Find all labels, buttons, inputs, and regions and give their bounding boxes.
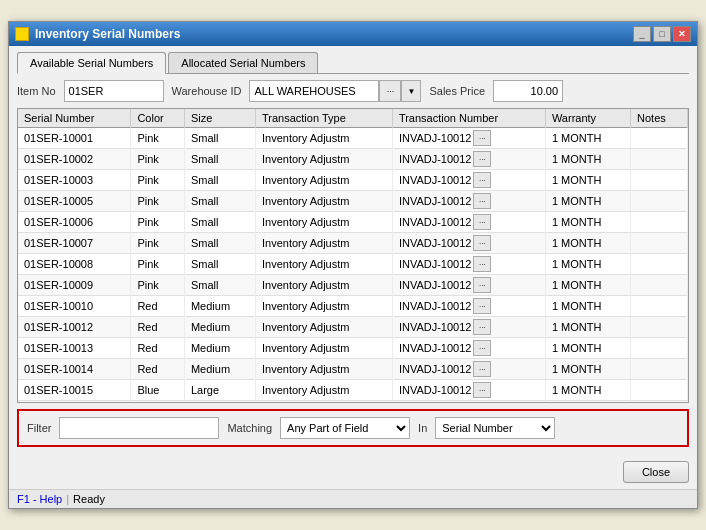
cell-warranty: 1 MONTH <box>545 317 630 338</box>
cell-color: Pink <box>131 149 185 170</box>
table-row[interactable]: 01SER-10006 Pink Small Inventory Adjustm… <box>18 212 688 233</box>
cell-transaction-number: INVADJ-10012 ··· <box>392 380 545 401</box>
sales-price-input[interactable] <box>493 80 563 102</box>
cell-color: Pink <box>131 170 185 191</box>
minimize-button[interactable]: _ <box>633 26 651 42</box>
cell-warranty: 1 MONTH <box>545 233 630 254</box>
warehouse-input[interactable] <box>249 80 379 102</box>
transaction-browse-btn[interactable]: ··· <box>473 130 491 146</box>
cell-transaction-number: INVADJ-10012 ··· <box>392 359 545 380</box>
warehouse-group: ··· ▼ <box>249 80 421 102</box>
cell-color: Red <box>131 317 185 338</box>
col-color: Color <box>131 109 185 128</box>
transaction-browse-btn[interactable]: ··· <box>473 235 491 251</box>
cell-transaction-number: INVADJ-10012 ··· <box>392 275 545 296</box>
table-row[interactable]: 01SER-10015 Blue Large Inventory Adjustm… <box>18 380 688 401</box>
status-divider: | <box>66 493 69 505</box>
cell-color: Pink <box>131 128 185 149</box>
cell-serial: 01SER-10009 <box>18 275 131 296</box>
window-icon <box>15 27 29 41</box>
cell-color: Pink <box>131 212 185 233</box>
tab-available-serial-numbers[interactable]: Available Serial Numbers <box>17 52 166 74</box>
cell-transaction-type: Inventory Adjustm <box>255 170 392 191</box>
cell-notes <box>631 380 688 401</box>
col-serial-number: Serial Number <box>18 109 131 128</box>
cell-notes <box>631 233 688 254</box>
cell-serial: 01SER-10002 <box>18 149 131 170</box>
cell-transaction-type: Inventory Adjustm <box>255 212 392 233</box>
transaction-browse-btn[interactable]: ··· <box>473 319 491 335</box>
cell-transaction-type: Inventory Adjustm <box>255 149 392 170</box>
cell-size: Large <box>184 380 255 401</box>
warehouse-browse-button[interactable]: ··· <box>379 80 401 102</box>
transaction-browse-btn[interactable]: ··· <box>473 382 491 398</box>
table-row[interactable]: 01SER-10009 Pink Small Inventory Adjustm… <box>18 275 688 296</box>
warehouse-dropdown-button[interactable]: ▼ <box>401 80 421 102</box>
cell-transaction-type: Inventory Adjustm <box>255 401 392 404</box>
col-size: Size <box>184 109 255 128</box>
transaction-browse-btn[interactable]: ··· <box>473 277 491 293</box>
sales-price-label: Sales Price <box>429 85 485 97</box>
cell-size: Small <box>184 212 255 233</box>
filter-input[interactable] <box>59 417 219 439</box>
transaction-browse-btn[interactable]: ··· <box>473 361 491 377</box>
help-link[interactable]: F1 - Help <box>17 493 62 505</box>
cell-color: Pink <box>131 275 185 296</box>
table-row[interactable]: 01SER-10001 Pink Small Inventory Adjustm… <box>18 128 688 149</box>
cell-warranty: 1 MONTH <box>545 401 630 404</box>
cell-notes <box>631 149 688 170</box>
cell-size: Small <box>184 275 255 296</box>
cell-transaction-number: INVADJ-10012 ··· <box>392 170 545 191</box>
cell-color: Blue <box>131 380 185 401</box>
table-row[interactable]: 01SER-10002 Pink Small Inventory Adjustm… <box>18 149 688 170</box>
table-row[interactable]: 01SER-10018 Blue Large Inventory Adjustm… <box>18 401 688 404</box>
table-row[interactable]: 01SER-10003 Pink Small Inventory Adjustm… <box>18 170 688 191</box>
cell-transaction-number: INVADJ-10012 ··· <box>392 338 545 359</box>
transaction-browse-btn[interactable]: ··· <box>473 340 491 356</box>
table-row[interactable]: 01SER-10005 Pink Small Inventory Adjustm… <box>18 191 688 212</box>
cell-transaction-number: INVADJ-10012 ··· <box>392 296 545 317</box>
cell-serial: 01SER-10015 <box>18 380 131 401</box>
matching-select[interactable]: Any Part of Field Exact Match Starts Wit… <box>280 417 410 439</box>
close-button[interactable]: Close <box>623 461 689 483</box>
maximize-button[interactable]: □ <box>653 26 671 42</box>
cell-color: Blue <box>131 401 185 404</box>
cell-notes <box>631 401 688 404</box>
cell-color: Red <box>131 296 185 317</box>
col-warranty: Warranty <box>545 109 630 128</box>
table-row[interactable]: 01SER-10014 Red Medium Inventory Adjustm… <box>18 359 688 380</box>
tab-allocated-serial-numbers[interactable]: Allocated Serial Numbers <box>168 52 318 73</box>
cell-size: Medium <box>184 296 255 317</box>
transaction-browse-btn[interactable]: ··· <box>473 214 491 230</box>
table-row[interactable]: 01SER-10013 Red Medium Inventory Adjustm… <box>18 338 688 359</box>
transaction-browse-btn[interactable]: ··· <box>473 193 491 209</box>
table-row[interactable]: 01SER-10007 Pink Small Inventory Adjustm… <box>18 233 688 254</box>
cell-size: Medium <box>184 359 255 380</box>
bottom-bar: Close <box>9 455 697 489</box>
in-select[interactable]: Serial Number Color Size Transaction Typ… <box>435 417 555 439</box>
serial-numbers-table-container: Serial Number Color Size Transaction Typ… <box>17 108 689 403</box>
cell-color: Pink <box>131 191 185 212</box>
window-title: Inventory Serial Numbers <box>35 27 180 41</box>
window-close-button[interactable]: ✕ <box>673 26 691 42</box>
main-window: Inventory Serial Numbers _ □ ✕ Available… <box>8 21 698 509</box>
transaction-browse-btn[interactable]: ··· <box>473 298 491 314</box>
cell-transaction-type: Inventory Adjustm <box>255 317 392 338</box>
item-no-input[interactable] <box>64 80 164 102</box>
cell-color: Pink <box>131 233 185 254</box>
table-row[interactable]: 01SER-10008 Pink Small Inventory Adjustm… <box>18 254 688 275</box>
title-bar-left: Inventory Serial Numbers <box>15 27 180 41</box>
item-no-label: Item No <box>17 85 56 97</box>
transaction-browse-btn[interactable]: ··· <box>473 151 491 167</box>
cell-notes <box>631 254 688 275</box>
cell-size: Large <box>184 401 255 404</box>
transaction-browse-btn[interactable]: ··· <box>473 256 491 272</box>
status-bar: F1 - Help | Ready <box>9 489 697 508</box>
cell-size: Medium <box>184 317 255 338</box>
cell-size: Small <box>184 170 255 191</box>
transaction-browse-btn[interactable]: ··· <box>473 172 491 188</box>
cell-warranty: 1 MONTH <box>545 212 630 233</box>
table-row[interactable]: 01SER-10010 Red Medium Inventory Adjustm… <box>18 296 688 317</box>
table-row[interactable]: 01SER-10012 Red Medium Inventory Adjustm… <box>18 317 688 338</box>
cell-transaction-type: Inventory Adjustm <box>255 275 392 296</box>
